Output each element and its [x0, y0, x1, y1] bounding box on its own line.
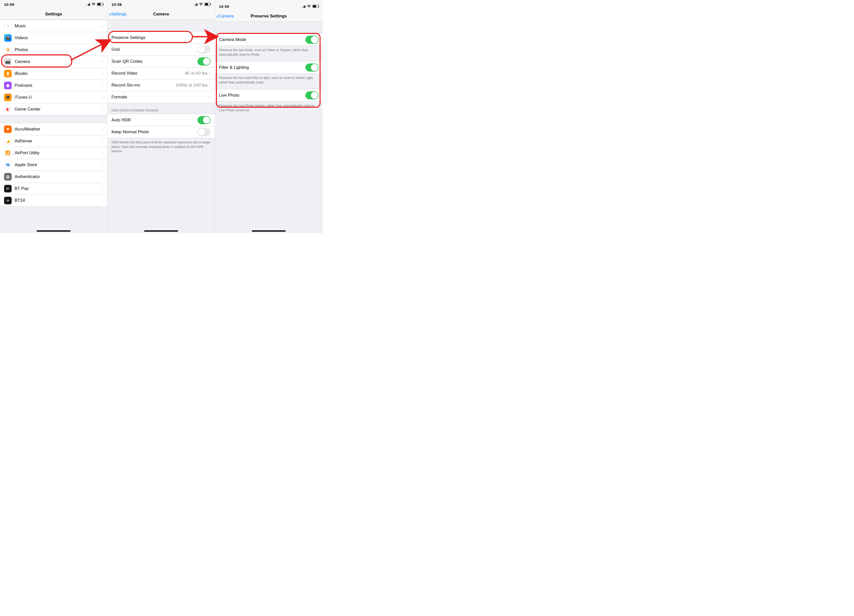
wifi-icon	[199, 2, 203, 6]
row-auto-hdr[interactable]: Auto HDR	[107, 114, 215, 126]
filter-lighting-row[interactable]: Filter & Lighting	[215, 61, 323, 73]
chevron-left-icon: ‹	[109, 11, 111, 17]
accuweather-app-icon: ☀	[4, 125, 12, 133]
cellular-icon	[194, 3, 198, 6]
chevron-right-icon: ›	[102, 83, 103, 88]
chevron-right-icon: ›	[209, 70, 210, 76]
settings-row-airport-utility[interactable]: 📶AirPort Utility›	[0, 147, 107, 159]
itunes-u-app-icon: 🎓	[4, 93, 12, 101]
chevron-left-icon: ‹	[217, 13, 218, 19]
row-record-video[interactable]: Record Video4K at 60 fps›	[107, 67, 215, 79]
nav-bar: ‹ Camera Preserve Settings	[215, 11, 323, 22]
settings-row-accuweather[interactable]: ☀AccuWeather›	[0, 123, 107, 135]
settings-row-music[interactable]: ♪Music›	[0, 20, 107, 32]
home-indicator[interactable]	[144, 230, 178, 232]
grid-switch[interactable]	[197, 46, 210, 53]
chevron-right-icon: ›	[102, 150, 103, 156]
status-bar: 10:59	[0, 0, 107, 9]
settings-row-photos[interactable]: ✿Photos›	[0, 44, 107, 56]
hdr-section-header: HDR (HIGH DYNAMIC RANGE)	[107, 103, 215, 114]
settings-row-itunes-u[interactable]: 🎓iTunes U›	[0, 91, 107, 103]
back-button[interactable]: ‹ Settings	[109, 9, 127, 20]
row-record-slo-mo[interactable]: Record Slo-mo1080p at 240 fps›	[107, 79, 215, 91]
row-label: BT24	[15, 198, 102, 203]
game-center-app-icon: ◐	[4, 105, 12, 113]
live-photo-switch[interactable]	[305, 91, 319, 99]
page-title: Settings	[45, 12, 62, 17]
row-label: Live Photo	[219, 93, 305, 98]
row-label: Grid	[111, 47, 197, 52]
row-label: Formats	[111, 95, 209, 100]
preserve-settings-screen: 10:59 ‹ Camera Preserve Settings Camera …	[215, 0, 323, 233]
chevron-right-icon: ›	[102, 127, 103, 132]
settings-row-camera[interactable]: 📷Camera›	[0, 56, 107, 67]
row-label: Auto HDR	[111, 117, 197, 123]
wifi-icon	[307, 4, 311, 9]
settings-row-bt-pay[interactable]: BTBT Pay›	[0, 183, 107, 194]
chevron-right-icon: ›	[102, 47, 103, 52]
settings-row-adsense[interactable]: ◢AdSense›	[0, 135, 107, 147]
back-label: Settings	[111, 12, 127, 17]
row-label: AirPort Utility	[15, 151, 102, 156]
status-time: 10:59	[219, 4, 229, 9]
chevron-right-icon: ›	[102, 35, 103, 40]
airport-utility-app-icon: 📶	[4, 149, 12, 157]
row-label: Record Slo-mo	[111, 83, 175, 88]
nav-bar: Settings	[0, 9, 107, 20]
apple-store-app-icon: 🛍	[4, 161, 12, 169]
row-value: 1080p at 240 fps	[175, 83, 207, 88]
row-label: iBooks	[15, 71, 102, 76]
live-photo-row[interactable]: Live Photo	[215, 89, 323, 101]
chevron-right-icon: ›	[102, 71, 103, 76]
cellular-icon	[86, 3, 90, 6]
ibooks-app-icon: ▮	[4, 70, 12, 78]
settings-row-podcasts[interactable]: ◉Podcasts›	[0, 79, 107, 91]
wifi-icon	[92, 2, 96, 6]
settings-row-game-center[interactable]: ◐Game Center›	[0, 103, 107, 115]
chevron-right-icon: ›	[102, 198, 103, 203]
camera-settings-screen: 10:58 ‹ Settings Camera Preserve Setting…	[107, 0, 215, 233]
row-grid[interactable]: Grid	[107, 44, 215, 55]
row-preserve-settings[interactable]: Preserve Settings›	[107, 32, 215, 44]
chevron-right-icon: ›	[102, 95, 103, 100]
row-keep-normal-photo[interactable]: Keep Normal Photo	[107, 126, 215, 138]
row-label: iTunes U	[15, 95, 102, 100]
settings-row-ibooks[interactable]: ▮iBooks›	[0, 67, 107, 79]
keep-normal-photo-switch[interactable]	[197, 128, 210, 136]
settings-row-apple-store[interactable]: 🛍Apple Store›	[0, 159, 107, 171]
status-bar: 10:58	[107, 0, 215, 9]
settings-row-videos[interactable]: 🎬Videos›	[0, 32, 107, 44]
row-label: Filter & Lighting	[219, 65, 305, 70]
camera-mode-switch[interactable]	[305, 36, 319, 44]
live-photo-footer: Preserve the Live Photo setting, rather …	[215, 101, 323, 117]
status-indicators	[86, 2, 104, 6]
chevron-right-icon: ›	[102, 59, 103, 64]
row-label: Music	[15, 23, 102, 29]
chevron-right-icon: ›	[102, 107, 103, 112]
row-label: AccuWeather	[15, 127, 102, 132]
photos-app-icon: ✿	[4, 46, 12, 53]
back-button[interactable]: ‹ Camera	[217, 11, 233, 21]
back-label: Camera	[218, 14, 233, 19]
row-label: Podcasts	[15, 83, 102, 88]
status-time: 10:58	[111, 2, 122, 6]
chevron-right-icon: ›	[102, 23, 103, 29]
settings-row-authenticator[interactable]: ◎Authenticator›	[0, 171, 107, 183]
status-time: 10:59	[4, 2, 14, 6]
camera-mode-row[interactable]: Camera Mode	[215, 34, 323, 46]
scan-qr-codes-switch[interactable]	[197, 57, 210, 66]
camera-mode-footer: Preserve the last mode, such as Video or…	[215, 46, 323, 61]
row-label: Scan QR Codes	[111, 59, 197, 64]
adsense-app-icon: ◢	[4, 137, 12, 145]
settings-row-bt24[interactable]: 24BT24›	[0, 194, 107, 206]
row-label: Apple Store	[15, 162, 102, 168]
auto-hdr-switch[interactable]	[197, 116, 210, 124]
home-indicator[interactable]	[252, 230, 286, 232]
row-label: Camera Mode	[219, 37, 305, 42]
filter-lighting-switch[interactable]	[305, 64, 319, 72]
row-scan-qr-codes[interactable]: Scan QR Codes	[107, 55, 215, 67]
hdr-section-footer: HDR blends the best parts of three separ…	[107, 138, 215, 158]
row-formats[interactable]: Formats›	[107, 91, 215, 103]
filter-lighting-footer: Preserve the last used filter or light, …	[215, 73, 323, 89]
home-indicator[interactable]	[37, 230, 70, 232]
